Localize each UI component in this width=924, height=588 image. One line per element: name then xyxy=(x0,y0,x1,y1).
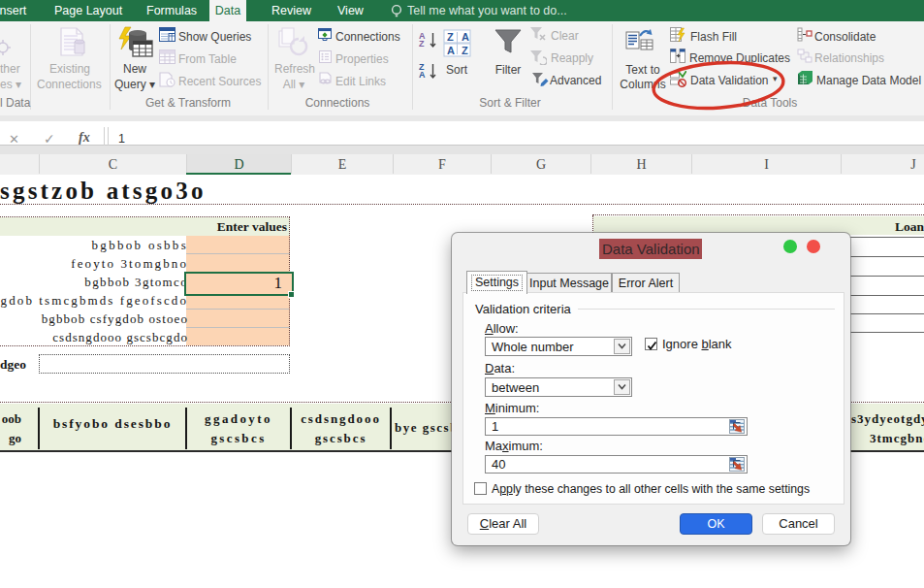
svg-text:A: A xyxy=(447,45,455,56)
svg-text:Z: Z xyxy=(462,45,468,56)
svg-text:Z: Z xyxy=(447,31,454,43)
svg-text:A: A xyxy=(462,31,469,43)
